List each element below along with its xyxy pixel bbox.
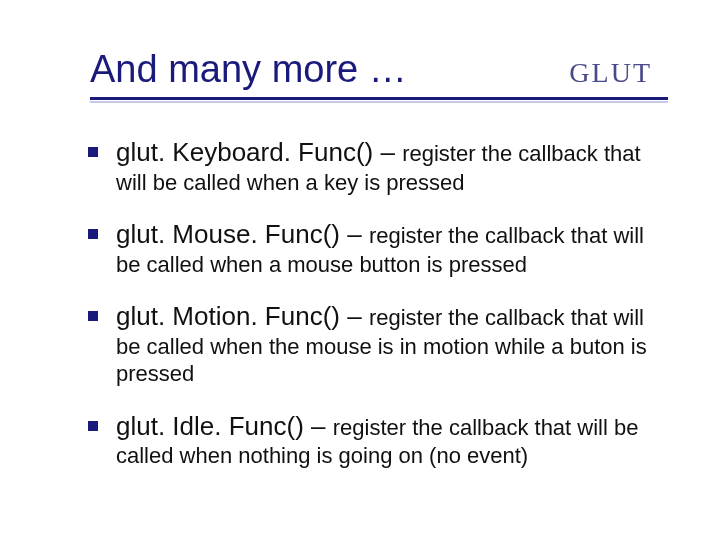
- function-name: glut. Keyboard. Func() –: [116, 137, 402, 167]
- square-bullet-icon: [88, 421, 98, 431]
- list-item-text: glut. Idle. Func() – register the callba…: [116, 410, 660, 470]
- function-name: glut. Mouse. Func() –: [116, 219, 369, 249]
- slide-header: And many more … GLUT: [40, 48, 680, 100]
- corner-tag: GLUT: [569, 57, 652, 89]
- list-item-text: glut. Keyboard. Func() – register the ca…: [116, 136, 660, 196]
- list-item-text: glut. Mouse. Func() – register the callb…: [116, 218, 660, 278]
- slide: And many more … GLUT glut. Keyboard. Fun…: [0, 0, 720, 540]
- function-name: glut. Motion. Func() –: [116, 301, 369, 331]
- title-row: And many more … GLUT: [90, 48, 680, 91]
- function-name: glut. Idle. Func() –: [116, 411, 333, 441]
- list-item-text: glut. Motion. Func() – register the call…: [116, 300, 660, 388]
- title-underline: [90, 97, 668, 100]
- list-item: glut. Keyboard. Func() – register the ca…: [88, 136, 660, 196]
- list-item: glut. Mouse. Func() – register the callb…: [88, 218, 660, 278]
- list-item: glut. Motion. Func() – register the call…: [88, 300, 660, 388]
- list-item: glut. Idle. Func() – register the callba…: [88, 410, 660, 470]
- square-bullet-icon: [88, 229, 98, 239]
- square-bullet-icon: [88, 311, 98, 321]
- square-bullet-icon: [88, 147, 98, 157]
- slide-content: glut. Keyboard. Func() – register the ca…: [40, 108, 680, 470]
- slide-title: And many more …: [90, 48, 407, 91]
